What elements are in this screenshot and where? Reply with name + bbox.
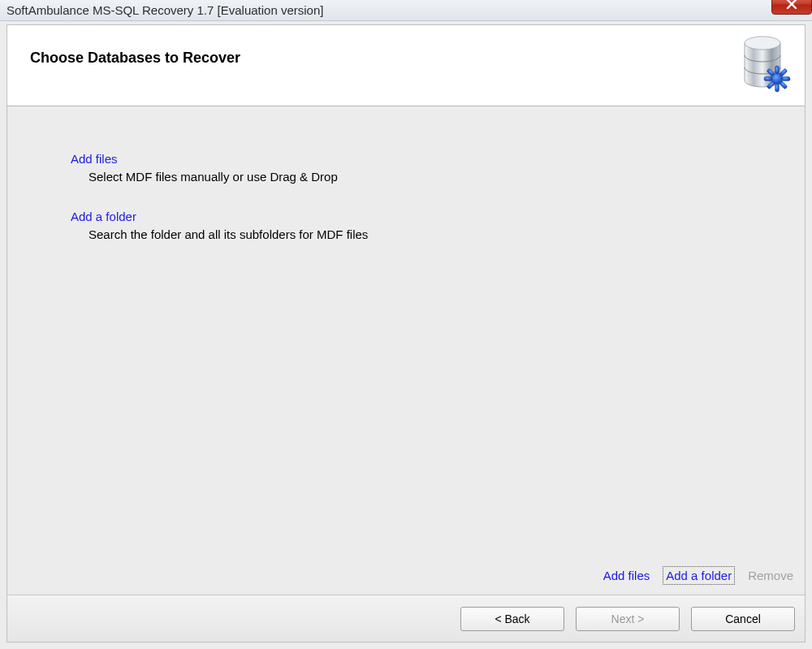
database-icon — [740, 35, 793, 98]
wizard-body: Choose Databases to Recover — [6, 24, 806, 643]
svg-rect-2 — [775, 66, 780, 74]
add-folder-description: Search the folder and all its subfolders… — [71, 227, 805, 241]
button-bar: < Back Next > Cancel — [7, 595, 805, 642]
add-folder-link[interactable]: Add a folder — [71, 210, 136, 223]
svg-rect-5 — [782, 77, 790, 81]
action-remove: Remove — [748, 569, 793, 582]
svg-point-0 — [745, 37, 780, 50]
back-button[interactable]: < Back — [460, 607, 564, 631]
next-button: Next > — [576, 607, 680, 631]
option-add-folder: Add a folder Search the folder and all i… — [71, 210, 805, 241]
svg-rect-9 — [780, 81, 788, 89]
content-area: Add files Select MDF files manually or u… — [7, 106, 805, 595]
window-title: SoftAmbulance MS-SQL Recovery 1.7 [Evalu… — [6, 3, 323, 17]
svg-rect-3 — [775, 84, 780, 92]
page-title: Choose Databases to Recover — [30, 50, 805, 67]
add-files-description: Select MDF files manually or use Drag & … — [71, 170, 805, 184]
titlebar: SoftAmbulance MS-SQL Recovery 1.7 [Evalu… — [0, 0, 812, 21]
wizard-header: Choose Databases to Recover — [7, 25, 805, 106]
svg-rect-4 — [764, 77, 772, 81]
close-icon — [786, 0, 797, 11]
close-button[interactable] — [771, 0, 812, 15]
cancel-button[interactable]: Cancel — [691, 607, 795, 631]
action-add-folder[interactable]: Add a folder — [664, 568, 733, 583]
action-add-files[interactable]: Add files — [603, 569, 650, 582]
option-add-files: Add files Select MDF files manually or u… — [71, 152, 805, 184]
add-files-link[interactable]: Add files — [71, 152, 118, 166]
app-window: SoftAmbulance MS-SQL Recovery 1.7 [Evalu… — [0, 0, 812, 649]
action-links-row: Add files Add a folder Remove — [603, 568, 793, 583]
